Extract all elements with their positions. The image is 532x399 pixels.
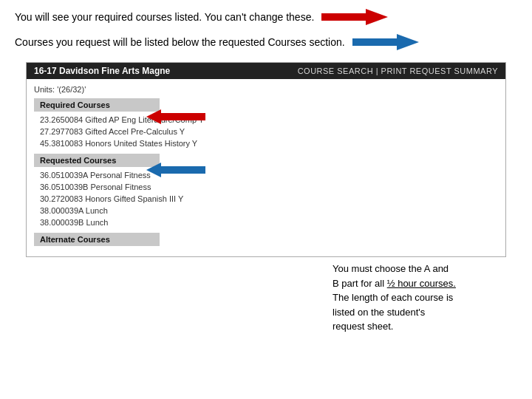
course-box-wrapper: 16-17 Davidson Fine Arts Magne COURSE SE… bbox=[22, 62, 510, 257]
required-courses-section: Required Courses 23.2650084 Gifted AP En… bbox=[34, 98, 498, 149]
course-row: 23.2650084 Gifted AP Eng Literature/Comp… bbox=[34, 114, 498, 126]
svg-marker-1 bbox=[352, 34, 419, 50]
course-row: 36.0510039A Personal Fitness bbox=[34, 169, 498, 181]
intro-line2: Courses you request will be listed below… bbox=[15, 33, 517, 52]
intro-text1: You will see your required courses liste… bbox=[15, 11, 314, 23]
requested-courses-header: Requested Courses bbox=[34, 154, 160, 167]
alternate-courses-section: Alternate Courses bbox=[34, 233, 498, 246]
course-row: 27.2977083 Gifted Accel Pre-Calculus Y bbox=[34, 126, 498, 137]
course-box: 16-17 Davidson Fine Arts Magne COURSE SE… bbox=[26, 62, 506, 257]
half-hour-underline: ½ hour courses. bbox=[387, 278, 456, 289]
school-name: 16-17 Davidson Fine Arts Magne bbox=[34, 66, 170, 76]
right-panel: You must choose the A and B part for all… bbox=[332, 262, 495, 334]
red-arrow-required bbox=[146, 108, 205, 126]
right-panel-text: You must choose the A and B part for all… bbox=[332, 263, 456, 332]
intro-text2: Courses you request will be listed below… bbox=[15, 36, 345, 48]
course-row: 38.000039B Lunch bbox=[34, 216, 498, 228]
red-arrow-1 bbox=[321, 7, 388, 27]
course-row: 36.0510039B Personal Fitness bbox=[34, 181, 498, 193]
svg-marker-2 bbox=[146, 109, 205, 124]
course-row: 30.2720083 Honors Gifted Spanish III Y bbox=[34, 193, 498, 205]
required-courses-header: Required Courses bbox=[34, 98, 160, 112]
page-content: You will see your required courses liste… bbox=[0, 0, 532, 265]
svg-marker-0 bbox=[321, 9, 388, 25]
svg-marker-3 bbox=[146, 163, 205, 177]
course-row: 38.000039A Lunch bbox=[34, 205, 498, 216]
alternate-courses-header: Alternate Courses bbox=[34, 233, 160, 246]
requested-courses-section: Requested Courses 36.0510039A Personal F… bbox=[34, 154, 498, 228]
blue-arrow-1 bbox=[352, 33, 419, 52]
intro-line1: You will see your required courses liste… bbox=[15, 7, 517, 27]
course-row: 45.3810083 Honors United States History … bbox=[34, 137, 498, 149]
units-line: Units: '(26/32)' bbox=[34, 85, 498, 94]
blue-arrow-requested bbox=[146, 161, 205, 179]
course-box-body: Units: '(26/32)' Required Courses 23.265… bbox=[27, 79, 505, 256]
nav-links: COURSE SEARCH | PRINT REQUEST SUMMARY bbox=[298, 66, 498, 75]
course-box-header: 16-17 Davidson Fine Arts Magne COURSE SE… bbox=[27, 63, 505, 79]
